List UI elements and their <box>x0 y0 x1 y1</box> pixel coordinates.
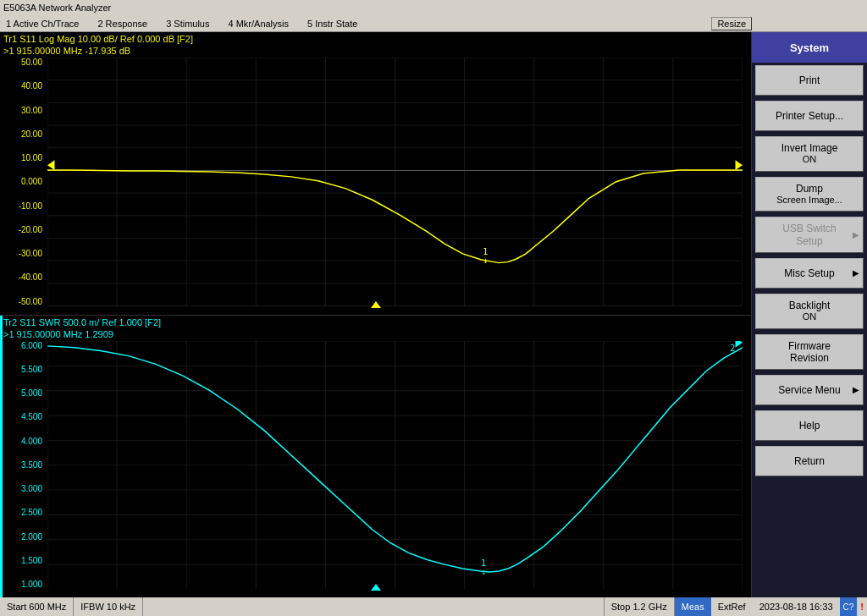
status-bar: Start 600 MHz IFBW 10 kHz Stop 1.2 GHz M… <box>0 597 867 616</box>
chart-bottom-grid: 2 1 ↓ <box>47 341 743 590</box>
status-datetime: 2023-08-18 16:33 <box>753 597 840 616</box>
help-button[interactable]: Help <box>755 410 864 441</box>
invert-image-button[interactable]: Invert ImageON <box>755 136 864 172</box>
chart-top-svg: 1 ↓ <box>47 58 743 306</box>
chart-top-marker: >1 915.00000 MHz -17.935 dB <box>0 46 751 56</box>
service-menu-button[interactable]: Service Menu <box>755 375 864 405</box>
main-layout: Tr1 S11 Log Mag 10.00 dB/ Ref 0.000 dB [… <box>0 32 867 597</box>
chart-top-y-axis: 50.00 40.00 30.00 20.00 10.00 0.000 -10.… <box>2 58 42 306</box>
menu-response[interactable]: 2 Response <box>95 18 150 30</box>
status-extref: ExtRef <box>711 597 753 616</box>
chart-bottom-header: Tr2 S11 SWR 500.0 m/ Ref 1.000 [F2] <box>0 316 751 329</box>
print-button[interactable]: Print <box>755 65 864 96</box>
status-ifbw: IFBW 10 kHz <box>74 597 143 616</box>
active-trace-indicator <box>0 316 3 598</box>
chart-bottom-bottom-marker <box>371 584 381 591</box>
svg-marker-27 <box>47 160 55 170</box>
firmware-revision-button[interactable]: FirmwareRevision <box>755 334 864 371</box>
chart-bottom: Tr2 S11 SWR 500.0 m/ Ref 1.000 [F2] >1 9… <box>0 316 751 598</box>
chart-bottom-svg: 2 1 ↓ <box>47 341 743 590</box>
misc-setup-button[interactable]: Misc Setup <box>755 258 864 289</box>
right-panel: System Print Printer Setup... Invert Ima… <box>752 32 867 597</box>
status-start: Start 600 MHz <box>0 597 74 616</box>
menu-bar: 1 Active Ch/Trace 2 Response 3 Stimulus … <box>0 15 867 32</box>
panel-title: System <box>752 32 867 63</box>
chart-top: Tr1 S11 Log Mag 10.00 dB/ Ref 0.000 dB [… <box>0 32 751 316</box>
svg-text:↓: ↓ <box>483 256 488 265</box>
svg-text:↓: ↓ <box>481 567 486 576</box>
status-c2: C? <box>840 597 858 616</box>
dump-screen-button[interactable]: DumpScreen Image... <box>755 177 864 212</box>
menu-mkr-analysis[interactable]: 4 Mkr/Analysis <box>225 18 291 30</box>
menu-instr-state[interactable]: 5 Instr State <box>305 18 360 30</box>
chart-top-bottom-marker <box>371 301 381 308</box>
status-stop: Stop 1.2 GHz <box>605 597 675 616</box>
svg-marker-26 <box>735 160 743 170</box>
return-button[interactable]: Return <box>755 446 864 476</box>
status-meas: Meas <box>675 597 711 616</box>
chart-bottom-y-axis: 6.000 5.500 5.000 4.500 4.000 3.500 3.00… <box>2 341 42 590</box>
chart-top-grid: 1 ↓ <box>47 58 743 306</box>
title-text: E5063A Network Analyzer <box>3 3 111 13</box>
menu-stimulus[interactable]: 3 Stimulus <box>163 18 212 30</box>
resize-button[interactable]: Resize <box>711 17 752 30</box>
backlight-button[interactable]: BacklightON <box>755 294 864 329</box>
chart-area: Tr1 S11 Log Mag 10.00 dB/ Ref 0.000 dB [… <box>0 32 752 597</box>
svg-marker-53 <box>735 341 743 348</box>
title-bar: E5063A Network Analyzer <box>0 0 867 15</box>
svg-text:2: 2 <box>730 344 735 353</box>
status-spacer <box>143 597 605 616</box>
printer-setup-button[interactable]: Printer Setup... <box>755 101 864 131</box>
chart-bottom-marker: >1 915.00000 MHz 1.2909 <box>0 329 751 339</box>
menu-active-ch[interactable]: 1 Active Ch/Trace <box>3 18 81 30</box>
chart-top-header: Tr1 S11 Log Mag 10.00 dB/ Ref 0.000 dB [… <box>0 32 751 46</box>
usb-switch-button[interactable]: USB SwitchSetup <box>755 217 864 253</box>
status-excl: ! <box>857 602 867 612</box>
